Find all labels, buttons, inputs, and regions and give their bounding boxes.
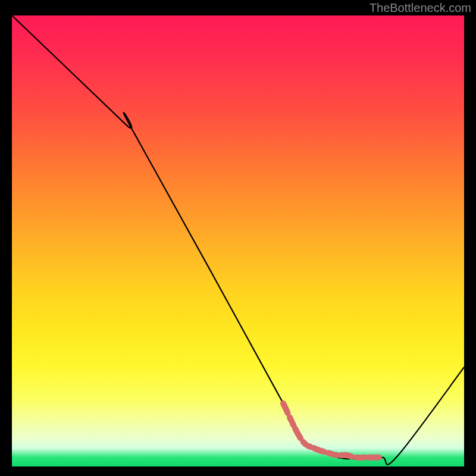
watermark-text: TheBottleneck.com — [369, 1, 471, 15]
highlight-segment — [283, 403, 383, 458]
main-curve — [12, 15, 464, 465]
chart-svg — [12, 15, 464, 466]
plot-area — [12, 15, 464, 466]
